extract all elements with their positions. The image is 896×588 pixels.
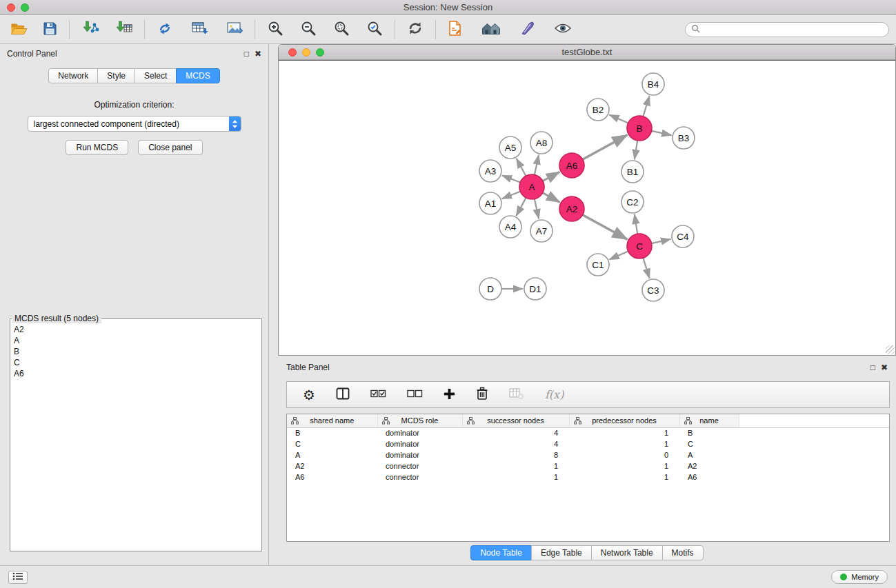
delete-table-button[interactable] xyxy=(507,386,526,403)
criterion-dropdown[interactable]: largest connected component (directed) xyxy=(28,116,241,132)
graph-node-B2[interactable]: B2 xyxy=(587,99,609,121)
table-cell[interactable]: B xyxy=(287,427,377,438)
graph-node-A8[interactable]: A8 xyxy=(530,132,552,154)
table-cell[interactable]: 4 xyxy=(462,427,569,438)
table-cell[interactable]: 1 xyxy=(569,460,679,472)
graph-node-A7[interactable]: A7 xyxy=(530,220,552,242)
table-cell[interactable]: dominator xyxy=(377,427,462,438)
resize-grip-icon[interactable] xyxy=(886,345,895,354)
zoom-out-button[interactable] xyxy=(298,19,319,40)
mcds-result-item[interactable]: A xyxy=(14,335,258,346)
graph-node-C1[interactable]: C1 xyxy=(587,254,609,276)
deselect-all-rows-button[interactable] xyxy=(405,387,425,403)
column-header[interactable]: name xyxy=(679,414,739,427)
graph-edge-B-B2[interactable] xyxy=(609,114,628,123)
table-cell[interactable]: 8 xyxy=(462,449,569,460)
tab-network[interactable]: Network xyxy=(48,68,98,83)
search-box[interactable] xyxy=(685,22,889,37)
graph-edge-A-A3[interactable] xyxy=(502,175,520,182)
graph-edge-A-A2[interactable] xyxy=(543,193,560,203)
graph-node-D1[interactable]: D1 xyxy=(524,278,546,300)
table-cell[interactable]: dominator xyxy=(377,449,462,460)
search-input[interactable] xyxy=(704,23,888,36)
graph-node-C[interactable]: C xyxy=(627,234,652,258)
graph-node-A1[interactable]: A1 xyxy=(479,192,501,214)
graph-node-B1[interactable]: B1 xyxy=(621,161,644,183)
network-canvas[interactable]: B4B2BB3A5A8A6A3B1AC2A1A2A4A7C4CC1C3DD1 xyxy=(279,60,895,355)
add-column-button[interactable] xyxy=(441,387,457,403)
tab-style[interactable]: Style xyxy=(97,68,135,83)
graph-edge-A6-B[interactable] xyxy=(583,135,628,160)
graph-edge-A-A1[interactable] xyxy=(502,192,521,199)
tab-mcds[interactable]: MCDS xyxy=(176,68,219,83)
export-network-button[interactable] xyxy=(155,19,175,40)
table-cell[interactable]: B xyxy=(679,427,739,438)
tab-select[interactable]: Select xyxy=(135,68,177,83)
tab-edge-table[interactable]: Edge Table xyxy=(531,545,592,560)
graph-edge-C-C4[interactable] xyxy=(652,239,671,243)
graph-edge-C-C1[interactable] xyxy=(609,251,628,259)
column-header[interactable]: successor nodes xyxy=(462,414,569,427)
table-cell[interactable]: A xyxy=(679,449,739,460)
import-network-button[interactable] xyxy=(79,19,101,40)
table-cell[interactable]: C xyxy=(287,438,377,449)
table-cell[interactable]: 1 xyxy=(462,472,569,483)
close-panel-icon[interactable]: ✖ xyxy=(255,50,261,58)
export-table-button[interactable] xyxy=(189,19,210,39)
select-all-rows-button[interactable] xyxy=(368,387,388,403)
graph-node-A3[interactable]: A3 xyxy=(479,160,501,182)
annotation-pen-button[interactable] xyxy=(517,19,538,40)
import-table-button[interactable] xyxy=(112,19,135,40)
column-header[interactable]: MCDS role xyxy=(377,414,462,427)
close-panel-button[interactable]: Close panel xyxy=(138,140,202,155)
graph-node-A6[interactable]: A6 xyxy=(559,153,584,178)
tab-motifs[interactable]: Motifs xyxy=(662,545,704,560)
table-cell[interactable]: connector xyxy=(377,460,462,472)
table-cell[interactable]: A2 xyxy=(679,460,739,472)
table-cell[interactable]: A2 xyxy=(287,460,377,472)
memory-button[interactable]: Memory xyxy=(831,570,888,584)
table-row[interactable]: Cdominator41C xyxy=(287,438,889,449)
graph-node-C3[interactable]: C3 xyxy=(642,279,664,301)
table-cell[interactable]: C xyxy=(679,438,739,449)
save-session-button[interactable] xyxy=(41,20,59,39)
home-button[interactable] xyxy=(479,19,504,39)
graph-edge-A-A8[interactable] xyxy=(535,155,539,175)
table-cell[interactable]: 0 xyxy=(569,449,679,460)
graph-edge-A-A4[interactable] xyxy=(516,198,526,216)
graph-edge-A-A5[interactable] xyxy=(517,159,526,176)
graph-node-A5[interactable]: A5 xyxy=(499,136,521,159)
zoom-fit-button[interactable] xyxy=(331,19,352,40)
table-cell[interactable]: A6 xyxy=(287,472,377,483)
delete-column-button[interactable] xyxy=(474,385,490,404)
graph-node-B3[interactable]: B3 xyxy=(673,127,695,149)
table-row[interactable]: Bdominator41B xyxy=(287,427,889,438)
function-builder-button[interactable]: f(x) xyxy=(543,387,566,403)
table-cell[interactable]: 1 xyxy=(569,438,679,449)
graph-node-C2[interactable]: C2 xyxy=(621,191,644,213)
export-image-button[interactable] xyxy=(224,19,245,39)
column-header[interactable]: shared name xyxy=(287,414,377,427)
table-cell[interactable]: A6 xyxy=(679,472,739,483)
graph-edge-C-C3[interactable] xyxy=(643,258,649,278)
float-table-panel-icon[interactable]: □ xyxy=(870,363,875,372)
run-mcds-button[interactable]: Run MCDS xyxy=(66,140,128,155)
task-history-button[interactable] xyxy=(8,571,28,584)
table-row[interactable]: A2connector11A2 xyxy=(287,460,889,472)
graph-edge-A2-C[interactable] xyxy=(583,215,628,240)
zoom-selected-button[interactable] xyxy=(364,19,385,40)
document-button[interactable] xyxy=(446,19,465,40)
open-session-button[interactable] xyxy=(8,20,30,39)
mcds-result-item[interactable]: B xyxy=(14,346,258,357)
graph-edge-B-B4[interactable] xyxy=(643,96,649,116)
show-columns-button[interactable] xyxy=(334,386,352,403)
graph-edge-A-A6[interactable] xyxy=(543,172,559,181)
eye-button[interactable] xyxy=(552,21,574,38)
graph-edge-B-B3[interactable] xyxy=(652,131,672,135)
table-row[interactable]: A6connector11A6 xyxy=(287,472,889,483)
mcds-result-item[interactable]: A2 xyxy=(14,324,258,335)
graph-node-A2[interactable]: A2 xyxy=(559,196,584,221)
column-header[interactable]: predecessor nodes xyxy=(569,414,679,427)
float-panel-icon[interactable]: □ xyxy=(244,50,249,58)
graph-node-B[interactable]: B xyxy=(627,116,652,141)
